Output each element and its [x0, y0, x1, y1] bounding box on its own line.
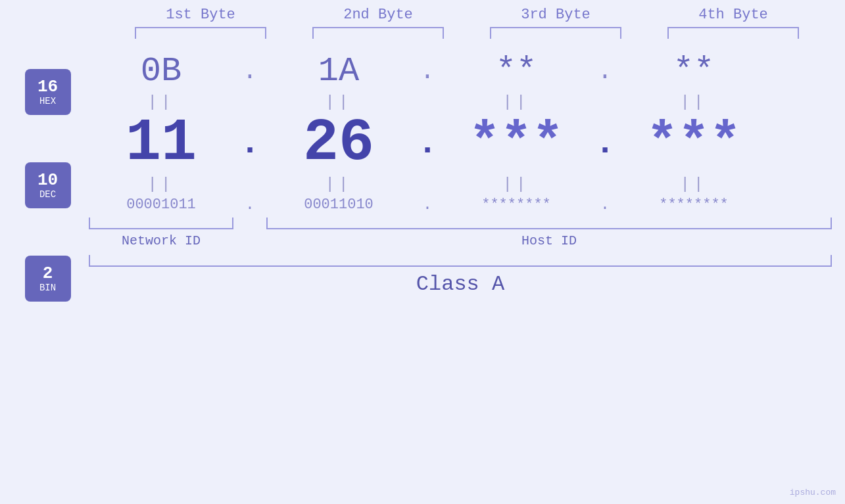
equals-row-2: || || || || — [89, 175, 832, 193]
hex-badge: 16 HEX — [25, 69, 71, 115]
eq-1-b4: || — [621, 93, 766, 111]
bin-b1: 00001011 — [126, 196, 196, 213]
dec-b4: *** — [646, 117, 741, 170]
byte-header-2: 2nd Byte — [306, 7, 450, 23]
bracket-top-1 — [135, 27, 266, 39]
hex-dot-2: . — [411, 57, 444, 85]
bracket-top-4 — [667, 27, 799, 39]
eq-2-b3: || — [444, 175, 589, 193]
hex-b3: ** — [496, 52, 537, 91]
dec-b4-cell: *** — [621, 117, 766, 170]
hex-b4: ** — [673, 52, 714, 91]
dec-b1-cell: 11 — [89, 114, 233, 173]
main-container: 1st Byte 2nd Byte 3rd Byte 4th Byte 16 H… — [0, 0, 845, 504]
watermark: ipshu.com — [790, 488, 836, 497]
hex-b2-cell: 1A — [266, 52, 411, 91]
dec-badge-label: DEC — [39, 189, 56, 200]
hex-row: 0B . 1A . ** . ** — [89, 52, 832, 91]
class-bracket — [89, 255, 832, 267]
hex-b1: 0B — [141, 52, 181, 91]
hex-badge-number: 16 — [37, 78, 58, 97]
network-id-label: Network ID — [89, 233, 233, 248]
dec-b2-cell: 26 — [266, 114, 411, 173]
bracket-top-3 — [490, 27, 621, 39]
host-id-label: Host ID — [266, 233, 832, 248]
bin-dot-2: . — [411, 196, 444, 214]
network-bracket — [89, 218, 233, 229]
byte-headers: 1st Byte 2nd Byte 3rd Byte 4th Byte — [112, 7, 822, 23]
dec-dot-2: . — [411, 124, 444, 163]
bin-badge-label: BIN — [39, 283, 56, 293]
hex-b4-cell: ** — [621, 52, 766, 91]
bin-b2-cell: 00011010 — [266, 196, 411, 213]
dec-b3: *** — [469, 117, 564, 170]
equals-row-1: || || || || — [89, 93, 832, 111]
dec-row: 11 . 26 . *** . *** — [89, 114, 832, 173]
eq-1-b1: || — [89, 93, 233, 111]
dec-badge: 10 DEC — [25, 162, 71, 208]
eq-2-b1: || — [89, 175, 233, 193]
dec-b1: 11 — [126, 114, 197, 173]
bracket-top-2 — [312, 27, 444, 39]
hex-dot-3: . — [589, 57, 621, 85]
bin-b1-cell: 00001011 — [89, 196, 233, 213]
bin-b3: ******** — [481, 196, 551, 213]
bin-b2: 00011010 — [304, 196, 374, 213]
eq-1-b3: || — [444, 93, 589, 111]
dec-b3-cell: *** — [444, 117, 589, 170]
class-row: Class A — [89, 255, 832, 296]
bin-b4-cell: ******** — [621, 196, 766, 213]
hex-dot-1: . — [233, 57, 266, 85]
bin-badge: 2 BIN — [25, 256, 71, 302]
byte-header-1: 1st Byte — [128, 7, 273, 23]
hex-badge-label: HEX — [39, 96, 56, 106]
eq-1-b2: || — [266, 93, 411, 111]
bin-badge-number: 2 — [43, 264, 53, 283]
hex-b1-cell: 0B — [89, 52, 233, 91]
byte-header-3: 3rd Byte — [483, 7, 628, 23]
dec-dot-1: . — [233, 124, 266, 163]
class-label: Class A — [416, 272, 504, 296]
dec-badge-number: 10 — [37, 171, 58, 190]
bracket-gap-1 — [233, 218, 266, 229]
bin-row: 00001011 . 00011010 . ******** . — [89, 196, 832, 214]
bottom-brackets-row — [89, 218, 832, 229]
hex-b3-cell: ** — [444, 52, 589, 91]
dec-b2: 26 — [303, 114, 374, 173]
byte-header-4: 4th Byte — [661, 7, 806, 23]
eq-2-b4: || — [621, 175, 766, 193]
dec-dot-3: . — [589, 124, 621, 163]
bin-dot-3: . — [589, 196, 621, 214]
bin-b4: ******** — [659, 196, 729, 213]
hex-b2: 1A — [318, 52, 359, 91]
id-labels-row: Network ID Host ID — [89, 233, 832, 248]
content-area: 16 HEX 10 DEC 2 BIN 0B . — [0, 45, 845, 302]
top-brackets — [112, 27, 822, 39]
values-grid: 0B . 1A . ** . ** — [89, 45, 845, 296]
badges-column: 16 HEX 10 DEC 2 BIN — [0, 45, 89, 302]
host-bracket — [266, 218, 832, 229]
bin-dot-1: . — [233, 196, 266, 214]
label-gap — [233, 233, 266, 248]
eq-2-b2: || — [266, 175, 411, 193]
bin-b3-cell: ******** — [444, 196, 589, 213]
